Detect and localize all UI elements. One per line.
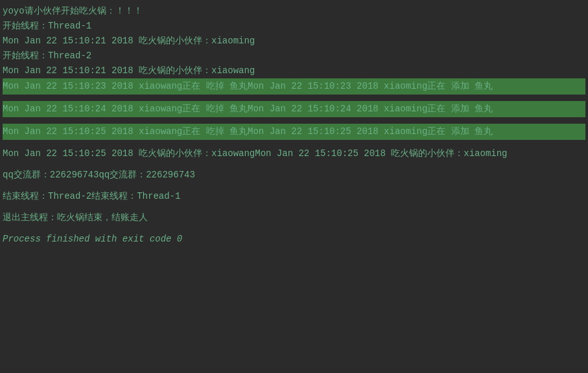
console-line: 开始线程：Thread-2 xyxy=(3,49,585,63)
console-line: Mon Jan 22 15:10:21 2018 吃火锅的小伙伴：xiaomin… xyxy=(3,34,585,49)
empty-line xyxy=(3,117,585,124)
empty-line xyxy=(3,95,585,101)
console-line: 结束线程：Thread-2结束线程：Thread-1 xyxy=(3,189,585,204)
console-line: 开始线程：Thread-1 xyxy=(3,19,585,34)
console-line-highlight: Mon Jan 22 15:10:24 2018 xiaowang正在 吃掉 鱼… xyxy=(3,101,585,117)
console-output: yoyo请小伙伴开始吃火锅：！！！开始线程：Thread-1Mon Jan 22… xyxy=(0,0,588,373)
console-line: Process finished with exit code 0 xyxy=(3,232,585,247)
console-line: qq交流群：226296743qq交流群：226296743 xyxy=(3,168,585,183)
console-line-highlight: Mon Jan 22 15:10:25 2018 xiaowang正在 吃掉 鱼… xyxy=(3,124,585,140)
empty-line xyxy=(3,161,585,168)
console-line: Mon Jan 22 15:10:25 2018 吃火锅的小伙伴：xiaowan… xyxy=(3,146,585,161)
console-line: Mon Jan 22 15:10:21 2018 吃火锅的小伙伴：xiaowan… xyxy=(3,63,585,78)
empty-line xyxy=(3,140,585,146)
console-line: yoyo请小伙伴开始吃火锅：！！！ xyxy=(3,4,585,19)
empty-line xyxy=(3,183,585,189)
console-line-highlight: Mon Jan 22 15:10:23 2018 xiaowang正在 吃掉 鱼… xyxy=(3,78,585,95)
console-line: 退出主线程：吃火锅结束，结账走人 xyxy=(3,210,585,225)
empty-line xyxy=(3,204,585,210)
empty-line xyxy=(3,225,585,232)
